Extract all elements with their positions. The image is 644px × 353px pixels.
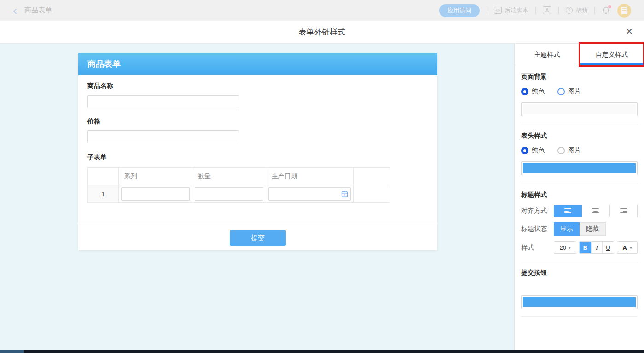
date-input[interactable]: [268, 187, 351, 201]
column-header-quantity: 数量: [192, 168, 266, 185]
form-title: 商品表单: [87, 59, 121, 70]
series-input[interactable]: [121, 187, 190, 201]
taskbar-edge-segment: [0, 350, 24, 353]
app-window: ‹ 商品表单 应用访问 </> 后端脚本 A ? 帮助: [0, 0, 644, 353]
divider: [521, 125, 638, 125]
radio-image[interactable]: [557, 147, 565, 154]
align-button-group: [554, 205, 638, 217]
form-header: 商品表单: [78, 53, 437, 75]
submit-button-color-picker[interactable]: [521, 295, 638, 309]
dialog-header: 表单外链样式 ✕: [0, 21, 644, 44]
tab-custom-style[interactable]: 自定义样式: [580, 44, 644, 66]
align-row: 对齐方式: [521, 205, 638, 217]
product-name-input[interactable]: [87, 95, 239, 108]
close-icon[interactable]: ✕: [626, 26, 633, 37]
app-access-button[interactable]: 应用访问: [439, 4, 480, 17]
form-name-title: 商品表单: [24, 6, 52, 15]
font-color-icon: A: [622, 244, 627, 252]
section-title-submit-button: 提交按钮: [521, 269, 638, 277]
bold-button[interactable]: B: [580, 242, 591, 253]
notification-dot: [608, 5, 611, 8]
align-left-icon: [564, 208, 571, 213]
section-title-title-style: 标题样式: [521, 191, 638, 199]
divider: [535, 7, 536, 14]
divider: [487, 7, 487, 14]
section-title-header-style: 表头样式: [521, 132, 638, 140]
align-left-button[interactable]: [554, 205, 582, 217]
divider: [594, 7, 595, 14]
form-doc-icon: [621, 7, 627, 14]
avatar[interactable]: [617, 4, 631, 18]
back-icon[interactable]: ‹: [13, 1, 17, 20]
help-label: 帮助: [575, 6, 587, 15]
chevron-down-icon: ▾: [630, 246, 632, 250]
subform-table: 系列 数量 生产日期 1: [87, 167, 390, 203]
title-status-label: 标题状态: [521, 225, 554, 233]
subform-label: 子表单: [87, 153, 107, 162]
font-size-select[interactable]: 20 ▾: [554, 241, 576, 254]
radio-label: 纯色: [532, 147, 545, 155]
form-preview-card: 商品表单 商品名称 价格 子表单 系列 数量 生产日期 1: [78, 53, 437, 250]
divider: [521, 262, 638, 262]
backend-script-label: 后端脚本: [505, 6, 528, 15]
column-header-actions: [354, 168, 390, 185]
row-number: 1: [88, 185, 119, 202]
dialog-title: 表单外链样式: [299, 27, 346, 37]
field-label-product-name: 商品名称: [87, 82, 113, 90]
status-button-group: 显示 隐藏: [554, 222, 606, 236]
backend-script-button[interactable]: </> 后端脚本: [494, 6, 528, 15]
radio-image[interactable]: [557, 88, 565, 95]
radio-solid-color[interactable]: [521, 147, 528, 154]
column-header-series: 系列: [119, 168, 192, 185]
code-icon: </>: [494, 7, 502, 14]
radio-label: 图片: [568, 147, 581, 155]
notification-bell-button[interactable]: [602, 6, 610, 15]
svg-text:7: 7: [344, 193, 346, 196]
row-actions-cell: [354, 185, 390, 202]
chevron-down-icon: ▾: [569, 246, 571, 250]
page-background-type: 纯色 图片: [521, 88, 638, 96]
letter-badge-icon[interactable]: A: [543, 6, 551, 14]
align-right-icon: [620, 208, 627, 213]
taskbar-edge: [0, 350, 644, 353]
align-center-button[interactable]: [581, 205, 609, 217]
divider: [521, 184, 638, 184]
divider: [78, 223, 437, 223]
column-header-date: 生产日期: [266, 168, 354, 185]
color-swatch: [523, 104, 636, 114]
tab-label: 自定义样式: [596, 51, 628, 59]
align-label: 对齐方式: [521, 207, 554, 215]
radio-label: 图片: [568, 88, 581, 96]
font-style-label: 样式: [521, 244, 554, 252]
divider: [521, 316, 638, 317]
radio-solid-color[interactable]: [521, 88, 528, 95]
price-input[interactable]: [87, 130, 239, 143]
hide-title-button[interactable]: 隐藏: [580, 222, 606, 236]
title-status-row: 标题状态 显示 隐藏: [521, 222, 638, 236]
style-tabs: 主题样式 自定义样式: [515, 44, 644, 66]
align-center-icon: [592, 208, 599, 213]
subform-row: 1 7: [88, 185, 390, 202]
header-style-type: 纯色 图片: [521, 147, 638, 155]
field-label-price: 价格: [87, 118, 100, 126]
underline-button[interactable]: U: [602, 242, 614, 253]
font-color-button[interactable]: A ▾: [617, 241, 638, 254]
quantity-input[interactable]: [195, 187, 263, 201]
style-panel: 主题样式 自定义样式 页面背景 纯色 图片 表头样式: [514, 44, 644, 350]
active-tab-indicator: [580, 63, 644, 66]
page-background-color-picker[interactable]: [521, 102, 638, 116]
subform-header-row: 系列 数量 生产日期: [88, 168, 390, 185]
show-title-button[interactable]: 显示: [554, 222, 580, 236]
font-style-row: 样式 20 ▾ B I U A ▾: [521, 241, 638, 254]
tab-theme-style[interactable]: 主题样式: [515, 44, 580, 66]
header-color-picker[interactable]: [521, 161, 638, 175]
help-button[interactable]: ? 帮助: [566, 6, 587, 15]
italic-button[interactable]: I: [591, 242, 603, 253]
font-size-value: 20: [560, 244, 566, 251]
color-swatch: [523, 297, 636, 307]
color-swatch: [523, 163, 636, 173]
align-right-button[interactable]: [609, 205, 638, 217]
submit-button[interactable]: 提交: [230, 230, 286, 246]
tab-label: 主题样式: [534, 51, 560, 59]
calendar-icon[interactable]: 7: [341, 190, 348, 197]
